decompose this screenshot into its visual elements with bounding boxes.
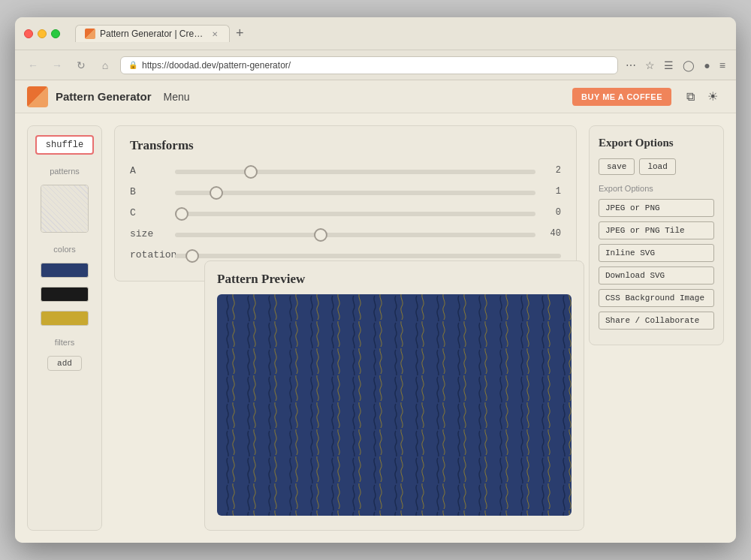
bookmark-button[interactable]: ☆ <box>644 58 656 73</box>
pattern-svg <box>217 294 572 516</box>
slider-size-container <box>175 227 535 240</box>
tab-close-button[interactable]: ✕ <box>210 29 220 39</box>
slider-c-container <box>175 206 535 219</box>
transforms-panel: Transforms A 2 B 1 <box>114 125 577 282</box>
fullscreen-button[interactable]: ⧉ <box>679 86 701 108</box>
lock-icon: 🔒 <box>128 61 137 69</box>
patterns-label: patterns <box>50 167 80 176</box>
menu-button[interactable]: Menu <box>164 91 190 103</box>
share-collaborate-button[interactable]: Share / Collaborate <box>599 312 714 330</box>
transform-label-b: B <box>130 186 167 197</box>
coffee-button[interactable]: BUY ME A COFFEE <box>572 88 671 106</box>
transform-label-c: C <box>130 207 167 218</box>
extensions-button[interactable]: ⋯ <box>624 58 638 73</box>
add-filter-button[interactable]: add <box>47 356 82 371</box>
new-tab-button[interactable]: + <box>233 26 247 41</box>
transform-row-size: size 40 <box>130 227 561 240</box>
save-load-row: save load <box>599 158 714 175</box>
slider-rotation[interactable] <box>175 254 561 258</box>
transform-row-b: B 1 <box>130 185 561 198</box>
slider-a-value: 2 <box>543 165 561 176</box>
tab-title: Pattern Generator | Create Sea <box>100 29 205 39</box>
app-content: Pattern Generator Menu BUY ME A COFFEE ⧉… <box>15 80 736 543</box>
slider-b-container <box>175 185 535 198</box>
url-display: https://doodad.dev/pattern-generator/ <box>142 60 291 71</box>
color-swatch-3[interactable] <box>41 311 89 326</box>
filters-label: filters <box>55 338 74 347</box>
address-bar: ← → ↻ ⌂ 🔒 https://doodad.dev/pattern-gen… <box>15 50 736 80</box>
transform-label-a: A <box>130 165 167 176</box>
export-panel: Export Options save load Export Options … <box>589 125 724 345</box>
tab-favicon <box>85 29 95 39</box>
browser-actions: ⋯ ☆ ☰ ◯ ● ≡ <box>624 58 727 73</box>
app-header: Pattern Generator Menu BUY ME A COFFEE ⧉… <box>15 80 736 113</box>
slider-c-value: 0 <box>543 207 561 218</box>
active-tab[interactable]: Pattern Generator | Create Sea ✕ <box>75 25 230 42</box>
color-swatch-1[interactable] <box>41 263 89 278</box>
export-section-label: Export Options <box>599 184 714 193</box>
save-button[interactable]: save <box>599 158 635 175</box>
preview-title: Pattern Preview <box>217 272 572 287</box>
pattern-thumb-inner <box>41 185 88 232</box>
minimize-button[interactable] <box>38 29 47 38</box>
transform-label-rotation: rotation <box>130 249 167 260</box>
reload-button[interactable]: ↻ <box>72 56 90 74</box>
home-button[interactable]: ⌂ <box>96 56 114 74</box>
slider-size-value: 40 <box>543 228 561 239</box>
color-swatch-2[interactable] <box>41 287 89 302</box>
app-logo <box>27 86 48 107</box>
preview-panel: Pattern Preview <box>204 260 584 531</box>
transform-row-a: A 2 <box>130 164 561 177</box>
slider-a[interactable] <box>175 170 535 174</box>
settings-button[interactable]: ☀ <box>701 86 724 108</box>
svg-rect-0 <box>217 294 572 516</box>
slider-c[interactable] <box>175 212 535 216</box>
export-jpeg-png-tile-button[interactable]: JPEG or PNG Tile <box>599 221 714 239</box>
export-title: Export Options <box>599 137 714 149</box>
slider-a-container <box>175 164 535 177</box>
back-button[interactable]: ← <box>24 56 42 74</box>
profile-button[interactable]: ● <box>702 58 711 73</box>
tab-bar: Pattern Generator | Create Sea ✕ + <box>75 25 247 42</box>
transform-label-size: size <box>130 228 167 239</box>
export-inline-svg-button[interactable]: Inline SVG <box>599 244 714 262</box>
slider-b-value: 1 <box>543 186 561 197</box>
transforms-title: Transforms <box>130 138 561 153</box>
center-area: Transforms A 2 B 1 <box>114 125 577 531</box>
main-layout: shuffle patterns colors filters add Tran… <box>15 113 736 543</box>
sidebar-button[interactable]: ☰ <box>662 58 675 73</box>
slider-rotation-container <box>175 248 561 261</box>
left-sidebar: shuffle patterns colors filters add <box>27 125 102 531</box>
menu-button[interactable]: ≡ <box>718 58 727 73</box>
pattern-thumbnail[interactable] <box>41 185 89 233</box>
title-bar: Pattern Generator | Create Sea ✕ + <box>15 17 736 50</box>
sync-button[interactable]: ◯ <box>681 58 696 73</box>
maximize-button[interactable] <box>51 29 60 38</box>
forward-button[interactable]: → <box>48 56 66 74</box>
slider-size[interactable] <box>175 233 535 237</box>
pattern-canvas <box>217 294 572 516</box>
export-download-svg-button[interactable]: Download SVG <box>599 266 714 285</box>
transform-row-rotation: rotation <box>130 248 561 261</box>
export-jpeg-png-button[interactable]: JPEG or PNG <box>599 199 714 217</box>
app-title: Pattern Generator <box>56 90 152 103</box>
close-button[interactable] <box>24 29 33 38</box>
load-button[interactable]: load <box>639 158 675 175</box>
slider-b[interactable] <box>175 191 535 195</box>
address-input[interactable]: 🔒 https://doodad.dev/pattern-generator/ <box>120 56 618 74</box>
shuffle-button[interactable]: shuffle <box>35 135 94 155</box>
browser-window: Pattern Generator | Create Sea ✕ + ← → ↻… <box>15 17 736 543</box>
colors-label: colors <box>53 245 75 254</box>
export-css-bg-button[interactable]: CSS Background Image <box>599 289 714 307</box>
traffic-lights <box>24 29 60 38</box>
transform-row-c: C 0 <box>130 206 561 219</box>
